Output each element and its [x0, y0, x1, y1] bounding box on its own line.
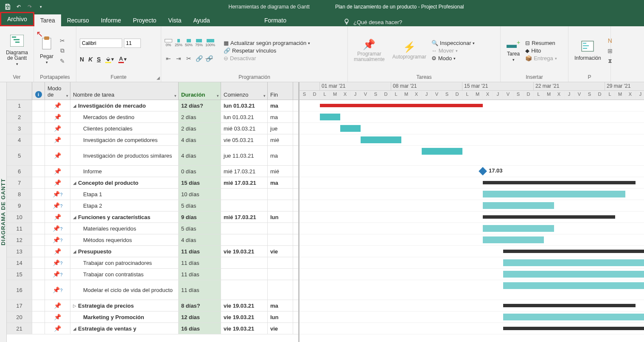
collapse-icon[interactable]: ◢: [73, 181, 76, 185]
cell-finish[interactable]: mié: [268, 134, 293, 145]
gantt-row[interactable]: [300, 100, 644, 111]
cell-duration[interactable]: 11 días: [179, 257, 221, 268]
cell-mode[interactable]: 📌?: [45, 280, 70, 300]
tab-project[interactable]: Proyecto: [127, 14, 162, 26]
tab-format[interactable]: Formato: [258, 14, 292, 26]
header-start[interactable]: Comienzo▾: [221, 82, 268, 100]
cell-info[interactable]: [32, 223, 45, 234]
row-number[interactable]: 21: [7, 323, 32, 334]
row-number[interactable]: 2: [7, 111, 32, 122]
cell-start[interactable]: [221, 189, 268, 200]
update-as-scheduled-button[interactable]: ▦Actualizar según programación▾: [224, 40, 310, 46]
cell-info[interactable]: [32, 280, 45, 300]
cell-start[interactable]: vie 19.03.21: [221, 323, 268, 334]
cell-name[interactable]: Materiales requeridos: [70, 223, 179, 234]
cell-finish[interactable]: mié: [268, 166, 293, 177]
gantt-row[interactable]: [300, 177, 644, 189]
row-number[interactable]: 7: [7, 177, 32, 188]
tab-task[interactable]: Tarea: [34, 14, 61, 26]
gantt-bar[interactable]: [503, 259, 644, 266]
gantt-bar[interactable]: [320, 104, 483, 107]
header-duration[interactable]: Duración▾: [179, 82, 221, 100]
cell-finish[interactable]: ma: [268, 146, 293, 165]
cell-duration[interactable]: 2 días: [179, 111, 221, 122]
insert-task-button[interactable]: ▬+ Tarea ▾: [504, 37, 523, 64]
move-button[interactable]: ↔Mover▾: [431, 47, 475, 54]
header-mode[interactable]: Modo de▾: [45, 82, 70, 100]
task-grid[interactable]: i Modo de▾ Nombre de tarea▾ Duración▾ Co…: [7, 82, 300, 342]
row-number[interactable]: 14: [7, 257, 32, 268]
cell-duration[interactable]: 15 días: [179, 177, 221, 188]
gantt-row[interactable]: [300, 134, 644, 146]
cell-duration[interactable]: 5 días: [179, 200, 221, 211]
cell-duration[interactable]: 9 días: [179, 211, 221, 222]
gantt-bar[interactable]: [483, 191, 625, 197]
table-row[interactable]: 3📌Clientes potenciales2 díasmié 03.03.21…: [7, 123, 298, 134]
cell-finish[interactable]: [268, 280, 293, 300]
cell-name[interactable]: Etapa 1: [70, 189, 179, 200]
cell-start[interactable]: lun 01.03.21: [221, 111, 268, 122]
gantt-bar[interactable]: [361, 136, 401, 143]
qat-dropdown-icon[interactable]: ▾: [37, 3, 44, 10]
cell-name[interactable]: ◢Investigación de mercado: [70, 100, 179, 111]
tab-resource[interactable]: Recurso: [61, 14, 95, 26]
cell-duration[interactable]: 5 días: [179, 223, 221, 234]
cell-finish[interactable]: lun: [268, 311, 293, 323]
cell-mode[interactable]: 📌?: [45, 257, 70, 268]
cell-name[interactable]: ◢Estrategia de ventas y: [70, 323, 179, 334]
table-row[interactable]: 10📌◢Funciones y características9 díasmié…: [7, 211, 298, 223]
cell-mode[interactable]: 📌: [45, 146, 70, 165]
table-row[interactable]: 20📌Marketing y Promoción12 díasvie 19.03…: [7, 311, 298, 323]
dialog-launcher-icon[interactable]: ◢: [157, 75, 160, 80]
cell-duration[interactable]: 4 días: [179, 134, 221, 145]
row-number[interactable]: 17: [7, 300, 32, 311]
cell-finish[interactable]: ma: [268, 300, 293, 311]
cell-mode[interactable]: 📌: [45, 211, 70, 222]
paste-button[interactable]: Pegar ▾: [37, 35, 56, 66]
table-row[interactable]: 9📌?Etapa 25 días: [7, 200, 298, 211]
cell-finish[interactable]: [268, 257, 293, 268]
cell-name[interactable]: Trabajar con contratistas: [70, 269, 179, 280]
bold-button[interactable]: N: [80, 56, 84, 63]
cell-finish[interactable]: [268, 189, 293, 200]
cell-duration[interactable]: 12 días?: [179, 100, 221, 111]
gantt-bar[interactable]: [483, 236, 544, 243]
row-number[interactable]: 15: [7, 269, 32, 280]
undo-icon[interactable]: ↶: [15, 3, 22, 10]
header-row-num[interactable]: [7, 82, 32, 100]
tab-view[interactable]: Vista: [162, 14, 188, 26]
gantt-row[interactable]: [300, 280, 644, 300]
cell-start[interactable]: [221, 234, 268, 245]
cell-mode[interactable]: 📌: [45, 323, 70, 334]
gantt-row[interactable]: [300, 323, 644, 334]
cell-info[interactable]: [32, 111, 45, 122]
respect-links-button[interactable]: 🔗Respetar vínculos: [224, 47, 310, 54]
row-number[interactable]: 1: [7, 100, 32, 111]
timeline-icon[interactable]: ⧗: [606, 57, 614, 65]
table-row[interactable]: 12📌?Métodos requeridos4 días: [7, 234, 298, 246]
mode-button[interactable]: ⚙Modo▾: [431, 55, 475, 61]
gantt-row[interactable]: [300, 269, 644, 280]
gantt-row[interactable]: [300, 189, 644, 200]
row-number[interactable]: 11: [7, 223, 32, 234]
row-number[interactable]: 8: [7, 189, 32, 200]
cell-info[interactable]: [32, 134, 45, 145]
gantt-row[interactable]: [300, 300, 644, 311]
row-number[interactable]: 20: [7, 311, 32, 323]
gantt-row[interactable]: [300, 200, 644, 211]
cell-name[interactable]: Modelar el ciclo de vida del producto: [70, 280, 179, 300]
cell-mode[interactable]: 📌?: [45, 223, 70, 234]
pct-100-button[interactable]: 100%: [205, 39, 215, 47]
gantt-bar[interactable]: [503, 327, 644, 330]
pct-75-button[interactable]: 75%: [195, 39, 203, 47]
notes-icon[interactable]: N: [606, 37, 614, 44]
table-row[interactable]: 16📌?Modelar el ciclo de vida del product…: [7, 280, 298, 300]
gantt-row[interactable]: [300, 234, 644, 246]
cell-mode[interactable]: 📌: [45, 246, 70, 257]
gantt-bar[interactable]: [483, 202, 554, 209]
cell-duration[interactable]: 12 días: [179, 311, 221, 323]
table-row[interactable]: 13📌◢Presupuesto11 díasvie 19.03.21vie: [7, 246, 298, 257]
collapse-icon[interactable]: ◢: [73, 103, 76, 108]
gantt-row[interactable]: [300, 246, 644, 257]
pct-0-button[interactable]: 0%: [165, 39, 172, 47]
